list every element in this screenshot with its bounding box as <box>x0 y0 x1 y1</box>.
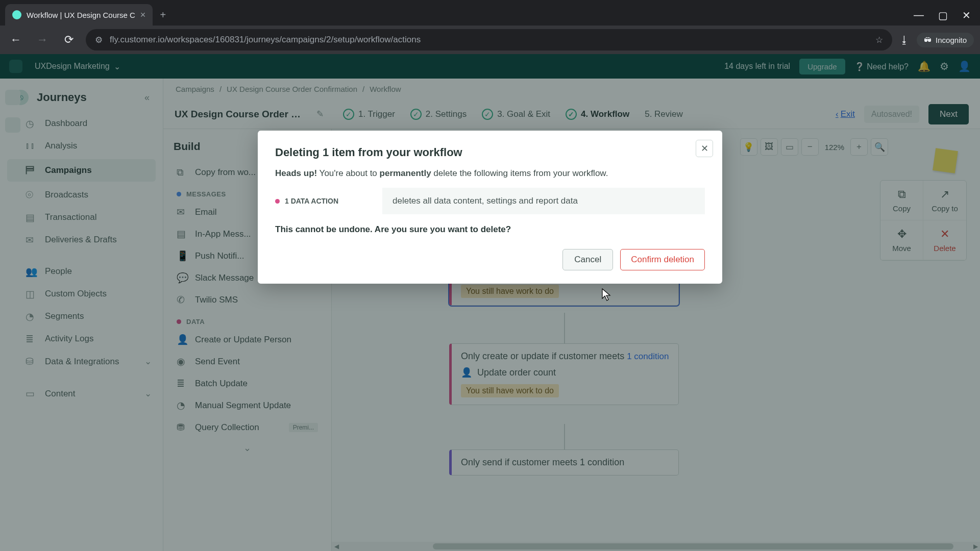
minimize-icon[interactable]: — <box>914 9 924 21</box>
delete-confirmation-modal: ✕ Deleting 1 item from your workflow Hea… <box>258 131 722 284</box>
address-bar[interactable]: ⚙ fly.customer.io/workspaces/160831/jour… <box>86 29 892 51</box>
downloads-icon[interactable]: ⭳ <box>899 34 910 46</box>
incognito-icon: 🕶 <box>924 36 932 44</box>
modal-body-text: Heads up! You're about to permanently de… <box>275 168 705 179</box>
tag-label: 1 DATA ACTION <box>285 197 338 205</box>
modal-title: Deleting 1 item from your workflow <box>275 146 705 159</box>
close-tab-icon[interactable]: × <box>140 10 146 20</box>
heads-up-label: Heads up! <box>275 168 317 178</box>
back-button[interactable]: ← <box>6 30 26 49</box>
reload-button[interactable]: ⟳ <box>59 30 79 49</box>
browser-tabstrip: Workflow | UX Design Course C × + — ▢ ✕ <box>0 0 980 26</box>
new-tab-button[interactable]: + <box>153 4 173 26</box>
confirm-label: Confirm deletion <box>631 255 694 264</box>
incognito-label: Incognito <box>936 36 967 44</box>
modal-actions: Cancel Confirm deletion <box>275 249 705 270</box>
modal-item-tag: 1 DATA ACTION <box>275 188 382 214</box>
bookmark-icon[interactable]: ☆ <box>875 35 883 45</box>
cancel-label: Cancel <box>574 255 601 264</box>
incognito-badge[interactable]: 🕶 Incognito <box>917 33 974 47</box>
tab-title: Workflow | UX Design Course C <box>27 11 135 19</box>
modal-text-frag: You're about to <box>317 168 379 178</box>
modal-text-frag: delete the following items from your wor… <box>431 168 608 178</box>
modal-item-row: 1 DATA ACTION deletes all data content, … <box>275 188 705 214</box>
close-modal-button[interactable]: ✕ <box>696 140 713 157</box>
modal-item-desc: deletes all data content, settings and r… <box>382 188 705 214</box>
dot-icon <box>275 199 280 204</box>
favicon-icon <box>12 10 21 19</box>
permanently-label: permanently <box>380 168 431 178</box>
window-controls: — ▢ ✕ <box>914 9 980 26</box>
modal-warning: This cannot be undone. Are you sure you … <box>275 224 705 235</box>
browser-toolbar: ← → ⟳ ⚙ fly.customer.io/workspaces/16083… <box>0 26 980 54</box>
forward-button[interactable]: → <box>33 30 52 49</box>
browser-tab[interactable]: Workflow | UX Design Course C × <box>5 4 153 26</box>
cancel-button[interactable]: Cancel <box>562 249 613 270</box>
confirm-deletion-button[interactable]: Confirm deletion <box>620 249 705 270</box>
close-window-icon[interactable]: ✕ <box>962 9 971 21</box>
maximize-icon[interactable]: ▢ <box>938 9 948 21</box>
modal-overlay[interactable]: ✕ Deleting 1 item from your workflow Hea… <box>0 54 980 551</box>
url-text: fly.customer.io/workspaces/160831/journe… <box>110 35 868 45</box>
site-settings-icon[interactable]: ⚙ <box>95 35 103 45</box>
